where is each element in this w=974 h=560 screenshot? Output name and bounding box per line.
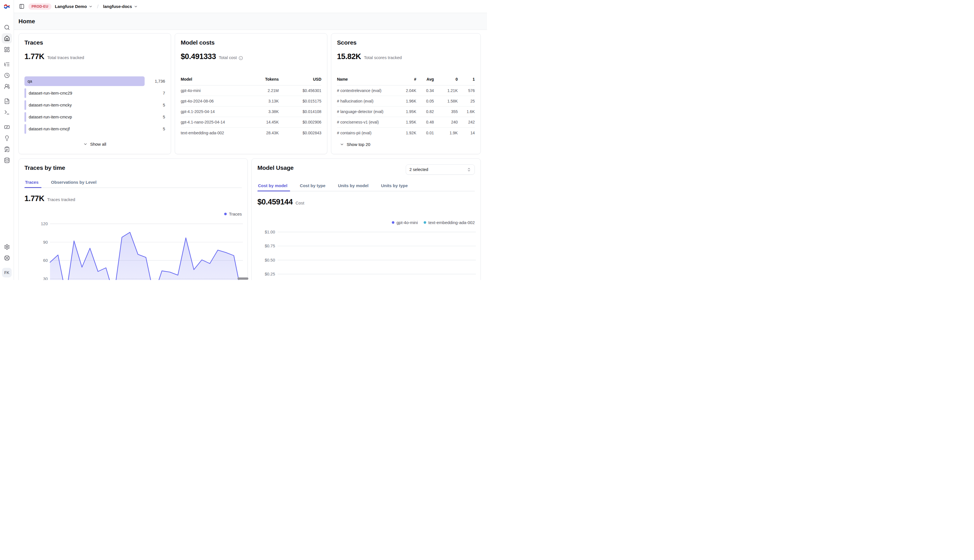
svg-text:60: 60 xyxy=(43,258,48,263)
project-selector[interactable]: langfuse-docs xyxy=(103,4,138,9)
tab-cost-by-type[interactable]: Cost by type xyxy=(299,183,326,191)
trace-value: 1,736 xyxy=(148,79,165,83)
horizontal-scrollbar-thumb[interactable] xyxy=(237,277,248,280)
search-icon xyxy=(4,24,10,30)
sidebar-item-prompts[interactable] xyxy=(2,96,12,106)
model-name: text-embedding-ada-002 xyxy=(181,131,247,135)
traces-total-metric: 1.77K xyxy=(24,52,44,61)
tokens-value: 3.13K xyxy=(247,99,279,103)
legend-item-traces: Traces xyxy=(224,212,242,217)
show-all-button[interactable]: Show all xyxy=(83,142,106,147)
chevron-down-icon xyxy=(83,142,87,146)
model-name: gpt-4.1-nano-2025-04-14 xyxy=(181,120,247,124)
model-usage-card: Model Usage 2 selected Cost by model Cos… xyxy=(251,158,481,280)
column-one: 1 xyxy=(458,77,475,82)
table-row: gpt-4o-mini 2.21M $0.456301 xyxy=(181,85,321,96)
trace-label: dataset-run-item-cmc29 xyxy=(24,91,72,95)
lightbulb-icon xyxy=(4,135,10,141)
score-one: 25 xyxy=(458,99,475,103)
sidebar-item-datasets[interactable] xyxy=(2,155,12,165)
bottom-cards-row: Traces by time Traces Observations by Le… xyxy=(18,158,481,280)
score-avg: 0.82 xyxy=(416,109,434,114)
chevrons-up-down-icon xyxy=(467,168,471,172)
tab-units-by-model[interactable]: Units by model xyxy=(337,183,369,191)
project-name: langfuse-docs xyxy=(103,4,132,9)
sidebar-item-sessions[interactable] xyxy=(2,70,12,80)
support-button[interactable] xyxy=(2,253,12,263)
column-model: Model xyxy=(181,77,247,82)
score-avg: 0.05 xyxy=(416,99,434,103)
tab-units-by-type[interactable]: Units by type xyxy=(381,183,408,191)
tokens-value: 14.45K xyxy=(247,120,279,124)
model-name: gpt-4o-mini xyxy=(181,88,247,93)
legend-dot xyxy=(224,213,227,215)
trace-bar-row: dataset-run-item-cmcvp 5 xyxy=(24,111,165,123)
main-column: PROD-EU Langfuse Demo / langfuse-docs Ho… xyxy=(14,0,487,280)
score-zero: 355 xyxy=(434,109,458,114)
prompts-file-code-icon xyxy=(4,98,10,104)
usage-cost-metric: $0.459144 xyxy=(257,198,292,207)
org-selector[interactable]: Langfuse Demo xyxy=(55,4,93,9)
trace-label: dataset-run-item-cmcvp xyxy=(24,115,72,119)
usd-value: $0.014108 xyxy=(279,109,321,114)
langfuse-logo[interactable] xyxy=(0,0,13,13)
table-row: # conciseness-v1 (eval) 1.95K 0.48 240 2… xyxy=(337,117,475,128)
info-icon[interactable] xyxy=(239,56,243,60)
svg-text:90: 90 xyxy=(43,240,48,245)
legend-dot xyxy=(424,221,426,224)
sidebar-item-search[interactable] xyxy=(2,22,12,32)
sidebar-toggle-button[interactable] xyxy=(18,3,25,10)
model-filter-select[interactable]: 2 selected xyxy=(406,164,475,175)
svg-text:$0.25: $0.25 xyxy=(265,272,275,276)
top-cards-row: Traces 1.77K Total traces tracked qa 1,7… xyxy=(18,33,481,154)
scores-table: Name # Avg 0 1 # contextrelevance (eval)… xyxy=(337,75,475,138)
settings-button[interactable] xyxy=(2,242,12,252)
svg-text:30: 30 xyxy=(43,277,48,280)
score-avg: 0.34 xyxy=(416,88,434,93)
tab-observations-by-level[interactable]: Observations by Level xyxy=(50,180,97,187)
svg-text:$0.50: $0.50 xyxy=(265,258,275,262)
model-name: gpt-4o-2024-08-06 xyxy=(181,99,247,103)
tokens-value: 3.38K xyxy=(247,109,279,114)
score-zero: 1.58K xyxy=(434,99,458,103)
sidebar-item-tracing[interactable] xyxy=(2,59,12,69)
trace-label: qa xyxy=(24,79,32,83)
score-one: 576 xyxy=(458,88,475,93)
panel-left-icon xyxy=(19,4,24,9)
trace-value: 7 xyxy=(148,91,165,95)
score-name: # conciseness-v1 (eval) xyxy=(337,120,396,124)
avatar[interactable]: FK xyxy=(2,268,12,277)
traces-card-title: Traces xyxy=(24,39,165,46)
model-filter-value: 2 selected xyxy=(409,167,428,172)
sidebar-item-playground[interactable] xyxy=(2,107,12,117)
breadcrumb-separator: / xyxy=(96,3,100,10)
svg-text:$1.00: $1.00 xyxy=(265,230,275,234)
tab-cost-by-model[interactable]: Cost by model xyxy=(257,183,288,191)
sidebar-item-evaluation[interactable] xyxy=(2,122,12,132)
table-row: # contains-pii (eval) 1.92K 0.01 1.9K 14 xyxy=(337,128,475,138)
sidebar-item-insights[interactable] xyxy=(2,133,12,143)
traces-line-chart-svg: 120906030 xyxy=(24,221,244,280)
column-count: # xyxy=(396,77,416,82)
model-costs-table-header: Model Tokens USD xyxy=(181,75,321,85)
score-one: 1.6K xyxy=(458,109,475,114)
playground-terminal-icon xyxy=(4,109,10,115)
score-zero: 1.9K xyxy=(434,131,458,135)
column-usd: USD xyxy=(279,77,321,82)
tab-traces[interactable]: Traces xyxy=(24,180,39,187)
scores-card: Scores 15.82K Total scores tracked Name … xyxy=(331,33,481,154)
model-name: gpt-4.1-2025-04-14 xyxy=(181,109,247,114)
score-zero: 1.21K xyxy=(434,88,458,93)
env-badge: PROD-EU xyxy=(28,3,52,10)
model-usage-chart-svg: $1.00$0.75$0.50$0.25 xyxy=(257,227,476,280)
column-avg: Avg xyxy=(416,77,434,82)
show-top-20-button[interactable]: Show top 20 xyxy=(340,142,475,147)
score-avg: 0.01 xyxy=(416,131,434,135)
model-costs-table: Model Tokens USD gpt-4o-mini 2.21M $0.45… xyxy=(181,75,321,138)
sidebar-item-users[interactable] xyxy=(2,81,12,92)
chevron-down-icon xyxy=(89,5,93,8)
legend-label: gpt-4o-mini xyxy=(397,220,418,225)
sidebar-item-dashboards[interactable] xyxy=(2,44,12,55)
sidebar-item-home[interactable] xyxy=(2,33,12,43)
sidebar-item-annotation[interactable] xyxy=(2,144,12,154)
